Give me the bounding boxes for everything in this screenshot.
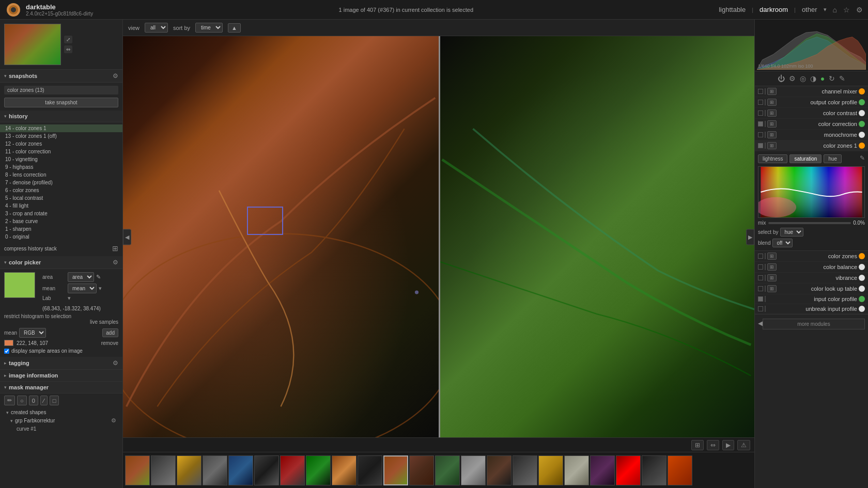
film-thumb-2[interactable] [177, 455, 202, 485]
module-settings-monochrome[interactable]: ⊞ [767, 131, 777, 138]
nav-expand-icon[interactable]: ▾ [824, 6, 827, 13]
module-dot-color-zones[interactable] [859, 253, 865, 259]
module-settings-color-zones-1[interactable]: ⊞ [767, 142, 777, 149]
module-check-channel-mixer[interactable] [758, 89, 763, 94]
nav-lighttable[interactable]: lighttable [719, 6, 746, 13]
cz-select-by-select[interactable]: hue [780, 228, 803, 237]
module-check-color-balance[interactable] [758, 264, 763, 270]
transform-icon[interactable]: ↻ [829, 74, 835, 83]
film-thumb-9[interactable] [358, 455, 382, 485]
mask-manager-header[interactable]: ▾ mask manager [0, 382, 122, 393]
module-settings-color-contrast[interactable]: ⊞ [767, 109, 777, 117]
film-thumb-10-active[interactable] [383, 455, 408, 485]
film-thumb-4[interactable] [228, 455, 253, 485]
module-name-channel-mixer[interactable]: channel mixer [778, 88, 857, 95]
snapshots-header[interactable]: ▾ snapshots ⚙ [0, 70, 122, 83]
module-check-vibrance[interactable] [758, 275, 763, 280]
film-thumb-6[interactable] [280, 455, 305, 485]
cz-tab-hue[interactable]: hue [824, 154, 842, 163]
module-check-color-zones[interactable] [758, 254, 763, 259]
warning-btn[interactable]: ⚠ [737, 440, 750, 450]
module-check-color-lut[interactable] [758, 286, 763, 291]
cp-remove-button[interactable]: remove [101, 340, 118, 346]
module-name-color-lut[interactable]: color look up table [778, 286, 857, 292]
film-thumb-14[interactable] [487, 455, 512, 485]
cz-edit-icon[interactable]: ✎ [860, 154, 865, 163]
home-icon[interactable]: ⌂ [833, 6, 837, 14]
film-thumb-19[interactable] [616, 455, 641, 485]
history-item-6[interactable]: 6 - color zones [0, 186, 122, 194]
history-item-1[interactable]: 1 - sharpen [0, 225, 122, 233]
module-name-color-zones[interactable]: color zones [778, 253, 857, 259]
module-check-color-correction[interactable] [758, 121, 763, 127]
edit-icon[interactable]: ✎ [839, 74, 845, 83]
cz-tab-saturation[interactable]: saturation [789, 154, 822, 163]
tagging-gear-icon[interactable]: ⚙ [113, 359, 118, 367]
cp-display-checkbox[interactable] [4, 349, 9, 354]
play-btn[interactable]: ▶ [722, 440, 734, 450]
history-item-4[interactable]: 4 - fill light [0, 202, 122, 210]
history-item-2[interactable]: 2 - base curve [0, 217, 122, 225]
film-thumb-21[interactable] [668, 455, 692, 485]
module-settings-output-color[interactable]: ⊞ [767, 99, 777, 106]
history-item-10[interactable]: 10 - vignetting [0, 155, 122, 163]
module-check-unbreak[interactable] [758, 306, 763, 311]
cp-lab-down-icon[interactable]: ▾ [68, 295, 71, 302]
nav-darkroom[interactable]: darkroom [760, 6, 788, 13]
presets-icon[interactable]: ⚙ [789, 74, 796, 83]
cp-area-select[interactable]: area [68, 272, 94, 282]
module-settings-color-zones[interactable]: ⊞ [767, 253, 777, 260]
collapse-right-btn[interactable]: ▶ [746, 229, 754, 245]
history-item-13[interactable]: 13 - color zones 1 (off) [0, 132, 122, 140]
star-icon[interactable]: ☆ [843, 6, 850, 14]
take-snapshot-button[interactable]: take snapshot [4, 98, 118, 107]
grid-view-btn[interactable]: ⊞ [691, 440, 704, 450]
compare-btn[interactable]: ⇔ [707, 440, 719, 450]
grp-farbkorrektur-arrow[interactable]: ▾ [10, 418, 13, 423]
mask-circle-btn[interactable]: ○ [17, 396, 27, 405]
collapse-modules-icon[interactable]: ◀ [758, 320, 763, 327]
history-item-5[interactable]: 5 - local contrast [0, 194, 122, 202]
correct-icon[interactable]: ◎ [800, 74, 806, 83]
module-check-monochrome[interactable] [758, 132, 763, 137]
film-thumb-1[interactable] [151, 455, 176, 485]
film-thumb-0[interactable] [125, 455, 150, 485]
module-settings-vibrance[interactable]: ⊞ [767, 274, 777, 281]
more-modules-button[interactable]: more modules [763, 319, 865, 329]
tagging-header[interactable]: ▸ tagging ⚙ [0, 357, 122, 370]
cp-rgb-select[interactable]: RGB [19, 328, 46, 338]
module-settings-color-correction[interactable]: ⊞ [767, 120, 777, 128]
module-check-color-zones-1[interactable] [758, 143, 763, 148]
thumb-arrows-btn[interactable]: ⇔ [64, 45, 72, 53]
history-item-3[interactable]: 3 - crop and rotate [0, 210, 122, 217]
film-thumb-16[interactable] [538, 455, 563, 485]
module-dot-monochrome[interactable] [859, 132, 865, 138]
cp-picker-icon[interactable]: ✎ [96, 274, 101, 280]
module-name-unbreak[interactable]: unbreak input profile [767, 306, 857, 312]
snapshot-item[interactable]: color zones (13) [4, 86, 118, 95]
cp-add-button[interactable]: add [102, 328, 118, 337]
film-thumb-11[interactable] [409, 455, 434, 485]
collapse-left-btn[interactable]: ◀ [123, 229, 131, 245]
cz-blend-select[interactable]: off [772, 239, 793, 247]
tone-icon[interactable]: ◑ [810, 74, 816, 83]
film-thumb-20[interactable] [642, 455, 667, 485]
sort-asc-btn[interactable]: ▲ [228, 23, 241, 33]
module-name-output-color[interactable]: output color profile [778, 99, 857, 105]
module-dot-color-zones-1[interactable] [859, 143, 865, 149]
history-item-9[interactable]: 9 - highpass [0, 163, 122, 171]
film-thumb-12[interactable] [435, 455, 460, 485]
cp-live-samples-btn[interactable]: live samples [4, 319, 118, 325]
mask-zero-btn[interactable]: 0 [29, 396, 38, 405]
grp-gear-icon[interactable]: ⚙ [111, 417, 116, 424]
compress-icon[interactable]: ⊞ [112, 244, 118, 253]
film-thumb-8[interactable] [332, 455, 357, 485]
module-name-color-zones-1[interactable]: color zones 1 [778, 143, 857, 149]
module-name-color-balance[interactable]: color balance [778, 264, 857, 270]
view-select[interactable]: all [145, 23, 168, 33]
module-name-color-contrast[interactable]: color contrast [778, 110, 857, 116]
film-thumb-7[interactable] [306, 455, 331, 485]
module-dot-channel-mixer[interactable] [859, 88, 865, 95]
film-thumb-17[interactable] [564, 455, 589, 485]
nav-other[interactable]: other [802, 6, 817, 13]
